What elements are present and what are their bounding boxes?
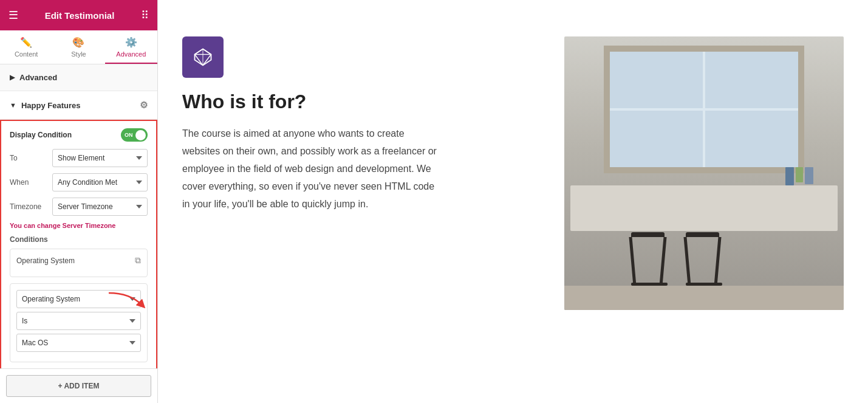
hamburger-icon[interactable]: ☰: [9, 9, 18, 22]
svg-line-4: [195, 55, 203, 66]
window-pane-bl: [610, 111, 703, 167]
add-item-button[interactable]: + ADD ITEM: [6, 375, 151, 397]
svg-line-3: [203, 49, 211, 55]
tab-content[interactable]: ✏️ Content: [0, 30, 52, 64]
condition-item-2-value-select[interactable]: Mac OS: [16, 334, 141, 352]
happy-features-settings-icon[interactable]: ⚙: [140, 100, 148, 111]
toggle-label: ON: [125, 132, 133, 138]
content-tab-icon: ✏️: [20, 36, 32, 48]
book-3: [805, 167, 813, 184]
sidebar-title: Edit Testimonial: [45, 10, 115, 21]
condition-item-2-select1-row: Operating System: [16, 290, 141, 308]
books: [785, 167, 813, 185]
tab-advanced-label: Advanced: [116, 50, 146, 58]
room-floor: [564, 286, 844, 310]
tab-advanced[interactable]: ⚙️ Advanced: [105, 30, 157, 64]
display-condition-label: Display Condition: [10, 131, 72, 139]
conditions-label: Conditions: [10, 235, 148, 244]
stool-2: [686, 232, 722, 286]
tab-style-label: Style: [71, 50, 86, 58]
display-condition-toggle[interactable]: ON: [121, 128, 148, 142]
condition-item-1-name: Operating System: [16, 257, 75, 265]
window-pane-tr: [705, 52, 798, 108]
tab-style[interactable]: 🎨 Style: [52, 30, 104, 64]
timezone-link[interactable]: Timezone: [85, 222, 116, 229]
window-pane-br: [705, 111, 798, 167]
content-heading: Who is it for?: [182, 90, 437, 113]
tab-content-label: Content: [15, 50, 38, 58]
svg-line-2: [195, 49, 203, 55]
window-pane-tl: [610, 52, 703, 108]
style-tab-icon: 🎨: [72, 36, 84, 48]
timezone-select[interactable]: Server Timezone: [52, 198, 148, 216]
timezone-label: Timezone: [10, 202, 47, 211]
display-condition-panel: Display Condition ON To Show Element Whe…: [0, 120, 157, 368]
condition-item-1: Operating System ⧉: [10, 249, 148, 277]
book-1: [785, 167, 794, 185]
room-photo: [564, 36, 844, 310]
to-select[interactable]: Show Element: [52, 149, 148, 167]
display-condition-row: Display Condition ON: [10, 128, 148, 142]
timezone-row: Timezone Server Timezone: [10, 198, 148, 216]
condition-item-2-type-select[interactable]: Operating System: [16, 290, 141, 308]
content-body: The course is aimed at anyone who wants …: [182, 125, 437, 213]
toggle-knob: [135, 130, 146, 140]
advanced-section-header[interactable]: ▶ Advanced: [0, 64, 157, 91]
content-text: Who is it for? The course is aimed at an…: [182, 90, 437, 213]
condition-item-1-copy-button[interactable]: ⧉: [135, 255, 141, 266]
svg-line-5: [203, 55, 211, 66]
advanced-arrow-icon: ▶: [10, 74, 15, 81]
sidebar: ☰ Edit Testimonial ⠿ ✏️ Content 🎨 Style …: [0, 0, 158, 403]
condition-item-2: Operating System Is Mac OS: [10, 283, 148, 362]
timezone-hint: You can change Server Timezone: [10, 222, 148, 229]
condition-item-1-header: Operating System ⧉: [16, 255, 141, 266]
book-2: [796, 167, 803, 182]
to-row: To Show Element: [10, 149, 148, 167]
happy-features-header[interactable]: ▼ Happy Features ⚙: [0, 91, 157, 120]
diamond-icon: [192, 46, 214, 68]
grid-icon[interactable]: ⠿: [141, 9, 149, 22]
when-label: When: [10, 178, 47, 187]
content-left: Who is it for? The course is aimed at an…: [182, 36, 540, 213]
sidebar-header: ☰ Edit Testimonial ⠿: [0, 0, 157, 30]
room-counter: [570, 185, 838, 231]
to-label: To: [10, 154, 47, 162]
content-right: [564, 36, 844, 310]
sidebar-footer: + ADD ITEM: [0, 368, 157, 403]
feature-icon-box: [182, 36, 224, 78]
when-select[interactable]: Any Condition Met: [52, 173, 148, 191]
condition-item-2-select3-row: Mac OS: [16, 334, 141, 352]
stool-1: [631, 232, 668, 286]
advanced-tab-icon: ⚙️: [125, 36, 137, 48]
tab-bar: ✏️ Content 🎨 Style ⚙️ Advanced: [0, 30, 157, 64]
condition-item-2-select2-row: Is: [16, 312, 141, 330]
condition-item-2-operator-select[interactable]: Is: [16, 312, 141, 330]
advanced-section-label: Advanced: [19, 73, 57, 82]
happy-features-arrow-icon: ▼: [10, 102, 16, 109]
sidebar-body: ▶ Advanced ▼ Happy Features ⚙ Display Co…: [0, 64, 157, 368]
happy-features-label: Happy Features: [21, 101, 81, 110]
when-row: When Any Condition Met: [10, 173, 148, 191]
main-content: Who is it for? The course is aimed at an…: [158, 0, 868, 403]
room-window: [604, 46, 804, 173]
